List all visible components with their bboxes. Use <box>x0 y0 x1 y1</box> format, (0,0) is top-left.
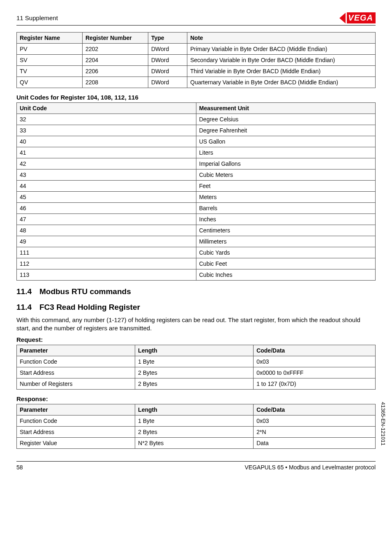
col-header: Length <box>135 345 254 356</box>
table-row: Function Code1 Byte0x03 <box>17 356 376 367</box>
table-cell: 2206 <box>83 66 148 77</box>
table-cell: 42 <box>17 158 196 169</box>
table-cell: 112 <box>17 258 196 269</box>
table-header-row: Parameter Length Code/Data <box>17 345 376 356</box>
table-cell: 44 <box>17 181 196 192</box>
fc3-description: With this command, any number (1-127) of… <box>16 316 376 333</box>
table-cell: Centimeters <box>196 225 376 236</box>
table-cell: Start Address <box>17 367 135 378</box>
table-cell: Start Address <box>17 426 135 437</box>
table-row: 111Cubic Yards <box>17 247 376 258</box>
table-row: 43Cubic Meters <box>17 169 376 181</box>
response-table: Parameter Length Code/Data Function Code… <box>16 404 376 449</box>
table-cell: 49 <box>17 236 196 247</box>
table-cell: 48 <box>17 225 196 236</box>
table-row: 32Degree Celsius <box>17 114 376 125</box>
table-cell: Inches <box>196 214 376 225</box>
table-row: 41Liters <box>17 147 376 158</box>
table-cell: Barrels <box>196 203 376 214</box>
table-cell: 2 Bytes <box>135 378 254 389</box>
table-cell: Primary Variable in Byte Order BACD (Mid… <box>187 44 376 55</box>
table-row: 47Inches <box>17 214 376 225</box>
table-row: Register ValueN*2 BytesData <box>17 437 376 448</box>
table-cell: Number of Registers <box>17 378 135 389</box>
table-cell: 2*N <box>254 426 376 437</box>
table-cell: 0x03 <box>254 415 376 426</box>
table-row: Function Code1 Byte0x03 <box>17 415 376 426</box>
request-title: Request: <box>16 336 376 343</box>
col-header: Unit Code <box>17 103 196 114</box>
unit-codes-table: Unit Code Measurement Unit 32Degree Cels… <box>16 102 376 281</box>
table-cell: Data <box>254 437 376 448</box>
table-cell: 47 <box>17 214 196 225</box>
register-table: Register Name Register Number Type Note … <box>16 32 376 88</box>
table-cell: Degree Celsius <box>196 114 376 125</box>
table-cell: Millimeters <box>196 236 376 247</box>
heading-modbus-commands: 11.4 Modbus RTU commands <box>16 287 376 296</box>
table-row: PV2202DWordPrimary Variable in Byte Orde… <box>17 44 376 55</box>
table-cell: Meters <box>196 192 376 203</box>
table-cell: Quarternary Variable in Byte Order BACD … <box>187 77 376 88</box>
table-row: Number of Registers2 Bytes1 to 127 (0x7D… <box>17 378 376 389</box>
table-row: 112Cubic Feet <box>17 258 376 269</box>
table-row: 44Feet <box>17 181 376 192</box>
table-cell: Cubic Inches <box>196 269 376 281</box>
col-header: Parameter <box>17 345 135 356</box>
col-header: Register Name <box>17 32 83 44</box>
side-doc-id: 41365-EN-121011 <box>380 402 386 446</box>
table-cell: 0x0000 to 0xFFFF <box>254 367 376 378</box>
request-table: Parameter Length Code/Data Function Code… <box>16 345 376 390</box>
col-header: Code/Data <box>254 345 376 356</box>
table-cell: 0x03 <box>254 356 376 367</box>
table-header-row: Register Name Register Number Type Note <box>17 32 376 44</box>
col-header: Measurement Unit <box>196 103 376 114</box>
table-cell: Secondary Variable in Byte Order BACD (M… <box>187 55 376 66</box>
table-cell: PV <box>17 44 83 55</box>
table-row: 49Millimeters <box>17 236 376 247</box>
table-row: 42Imperial Gallons <box>17 158 376 169</box>
table-cell: 2204 <box>83 55 148 66</box>
col-header: Code/Data <box>254 404 376 415</box>
table-cell: N*2 Bytes <box>135 437 254 448</box>
table-cell: 2202 <box>83 44 148 55</box>
table-cell: 45 <box>17 192 196 203</box>
page-number: 58 <box>16 464 23 471</box>
table-cell: 1 to 127 (0x7D) <box>254 378 376 389</box>
table-row: 45Meters <box>17 192 376 203</box>
table-cell: Cubic Yards <box>196 247 376 258</box>
table-cell: DWord <box>148 55 187 66</box>
page-header: 11 Supplement VEGA <box>16 12 376 26</box>
table-cell: SV <box>17 55 83 66</box>
table-cell: 111 <box>17 247 196 258</box>
table-cell: Imperial Gallons <box>196 158 376 169</box>
table-cell: Cubic Meters <box>196 169 376 181</box>
col-header: Register Number <box>83 32 148 44</box>
logo-arrow-icon <box>339 13 346 23</box>
response-title: Response: <box>16 395 376 402</box>
footer-docline: VEGAPULS 65 • Modbus and Levelmaster pro… <box>244 464 376 471</box>
table-cell: Third Variable in Byte Order BACD (Middl… <box>187 66 376 77</box>
table-cell: 113 <box>17 269 196 281</box>
table-row: 113Cubic Inches <box>17 269 376 281</box>
heading-fc3: 11.4 FC3 Read Holding Register <box>16 303 376 312</box>
table-cell: DWord <box>148 77 187 88</box>
col-header: Parameter <box>17 404 135 415</box>
table-cell: 32 <box>17 114 196 125</box>
table-cell: Degree Fahrenheit <box>196 125 376 136</box>
table-row: 40US Gallon <box>17 136 376 147</box>
table-cell: 2 Bytes <box>135 367 254 378</box>
table-cell: 2 Bytes <box>135 426 254 437</box>
table-cell: DWord <box>148 66 187 77</box>
table-cell: TV <box>17 66 83 77</box>
table-cell: 33 <box>17 125 196 136</box>
col-header: Type <box>148 32 187 44</box>
table-row: QV2208DWordQuarternary Variable in Byte … <box>17 77 376 88</box>
table-cell: Function Code <box>17 356 135 367</box>
table-row: 33Degree Fahrenheit <box>17 125 376 136</box>
header-section: 11 Supplement <box>16 14 58 21</box>
table-cell: Liters <box>196 147 376 158</box>
logo-text: VEGA <box>347 12 376 23</box>
table-row: SV2204DWordSecondary Variable in Byte Or… <box>17 55 376 66</box>
table-cell: 40 <box>17 136 196 147</box>
table-header-row: Parameter Length Code/Data <box>17 404 376 415</box>
